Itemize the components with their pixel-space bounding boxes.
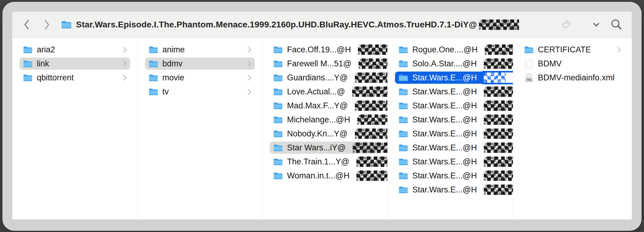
column-5[interactable]: CERTIFICATEBDMVXMLBDMV-mediainfo.xml: [513, 38, 632, 220]
file-row[interactable]: qbittorrent: [12, 72, 137, 85]
folder-icon: [398, 116, 408, 124]
file-row[interactable]: Star.Wars.E...@H: [388, 142, 513, 155]
folder-icon: [398, 130, 408, 138]
file-row[interactable]: anime: [138, 44, 262, 57]
item-label: Rogue.One....@H: [412, 45, 478, 54]
redacted-block: [484, 156, 513, 167]
folder-icon: [398, 46, 408, 54]
item-label: qbittorrent: [37, 73, 74, 83]
file-row[interactable]: Star.Wars.E...@H: [388, 72, 513, 85]
redacted-block: [352, 86, 388, 97]
file-row[interactable]: link: [12, 58, 137, 71]
column-4[interactable]: Rogue.One....@HSolo.A.Star....@HStar.War…: [388, 38, 513, 220]
file-row[interactable]: XMLBDMV-mediainfo.xml: [513, 72, 632, 85]
redacted-block: [485, 44, 513, 55]
redacted-block: [484, 170, 513, 181]
file-row[interactable]: tv: [138, 86, 262, 99]
title-redacted-block: [479, 19, 519, 30]
file-row[interactable]: Love.Actual...@: [262, 86, 387, 99]
folder-icon: [273, 172, 283, 180]
redacted-block: [355, 128, 388, 139]
file-row[interactable]: Michelange...@H: [262, 114, 387, 127]
item-label: Michelange...@H: [287, 115, 350, 125]
folder-icon: [148, 60, 158, 68]
folder-icon: [273, 144, 283, 152]
file-row[interactable]: Star.Wars.E...@H: [388, 156, 513, 169]
toolbar-dropdown-button[interactable]: [592, 22, 600, 28]
item-label: Star.Wars.E...@H: [412, 171, 477, 181]
redacted-block: [355, 100, 388, 111]
file-row[interactable]: bdmv: [138, 58, 262, 71]
file-row[interactable]: Nobody.Kn...Y@: [262, 128, 387, 141]
column-1[interactable]: aria2linkqbittorrent: [12, 38, 138, 220]
folder-icon: [398, 102, 408, 110]
item-label: BDMV: [538, 59, 562, 69]
window-title-group[interactable]: Star.Wars.Episode.I.The.Phantom.Menace.1…: [50, 19, 519, 30]
file-row[interactable]: Star Wars...iY@: [262, 142, 387, 155]
file-row[interactable]: Star.Wars.E...@H: [388, 114, 513, 127]
redacted-block: [357, 114, 388, 125]
folder-icon: [273, 46, 283, 54]
chevron-right-icon: [121, 61, 126, 66]
chevron-down-icon: [592, 22, 600, 28]
item-label: aria2: [37, 45, 55, 54]
file-row[interactable]: Star.Wars.E...@H: [388, 170, 513, 183]
folder-icon: [398, 144, 408, 152]
search-button[interactable]: [610, 18, 623, 31]
folder-icon: [23, 60, 33, 68]
file-row[interactable]: Mad.Max.F...Y@: [262, 100, 387, 113]
item-label: Star Wars...iY@: [287, 143, 346, 153]
file-row[interactable]: Guardians....Y@: [262, 72, 387, 85]
item-label: Woman.in.t...@H: [287, 171, 349, 181]
item-label: Star.Wars.E...@H: [412, 129, 477, 139]
search-icon: [610, 18, 623, 31]
folder-proxy-icon: [61, 20, 72, 29]
file-row[interactable]: Star.Wars.E...@H: [388, 100, 513, 113]
tag-button[interactable]: [559, 18, 573, 31]
folder-icon: [273, 60, 283, 68]
folder-icon: [148, 46, 158, 54]
item-label: Star.Wars.E...@H: [412, 157, 477, 167]
file-row[interactable]: aria2: [12, 44, 137, 57]
folder-icon: [398, 88, 408, 96]
redacted-block: [358, 44, 388, 55]
item-label: The.Train.1...Y@: [287, 157, 349, 167]
file-row[interactable]: Farewell M...51@: [262, 58, 387, 71]
forward-button[interactable]: [43, 19, 50, 30]
item-label: Star.Wars.E...@H: [412, 101, 477, 111]
folder-icon: [273, 74, 283, 82]
window-content: Star.Wars.Episode.I.The.Phantom.Menace.1…: [12, 12, 632, 220]
folder-icon: [398, 158, 408, 166]
folder-icon: [398, 186, 408, 194]
redacted-block: [484, 128, 513, 139]
file-row[interactable]: Star.Wars.E...@H: [388, 86, 513, 99]
file-row[interactable]: Solo.A.Star....@H: [388, 58, 513, 71]
item-label: Star.Wars.E...@H: [412, 115, 477, 125]
item-label: Nobody.Kn...Y@: [287, 129, 348, 139]
item-label: Solo.A.Star....@H: [412, 59, 477, 69]
chevron-right-icon: [245, 89, 251, 94]
file-row[interactable]: Star.Wars.E...@H: [388, 128, 513, 141]
finder-window: Star.Wars.Episode.I.The.Phantom.Menace.1…: [2, 2, 642, 231]
redacted-block: [484, 58, 513, 69]
back-button[interactable]: [23, 19, 30, 30]
folder-icon: [524, 46, 534, 54]
tag-icon: [559, 18, 573, 31]
file-row[interactable]: Star.Wars.E...@H: [388, 184, 513, 197]
chevron-right-icon: [121, 75, 126, 80]
file-row[interactable]: Face.Off.19...@H: [262, 44, 387, 57]
redacted-block: [484, 142, 513, 153]
column-3[interactable]: Face.Off.19...@HFarewell M...51@Guardian…: [262, 38, 388, 220]
file-row[interactable]: CERTIFICATE: [513, 44, 632, 57]
file-row[interactable]: The.Train.1...Y@: [262, 156, 387, 169]
redacted-block: [484, 114, 513, 125]
folder-icon: [398, 74, 408, 82]
file-row[interactable]: Rogue.One....@H: [388, 44, 513, 57]
folder-icon: [398, 172, 408, 180]
file-row[interactable]: Woman.in.t...@H: [262, 170, 387, 183]
column-2[interactable]: animebdmvmovietv: [138, 38, 262, 220]
file-row[interactable]: movie: [138, 72, 262, 85]
file-row[interactable]: BDMV: [513, 58, 632, 71]
item-label: Star.Wars.E...@H: [412, 87, 477, 97]
chevron-right-icon: [245, 75, 251, 80]
